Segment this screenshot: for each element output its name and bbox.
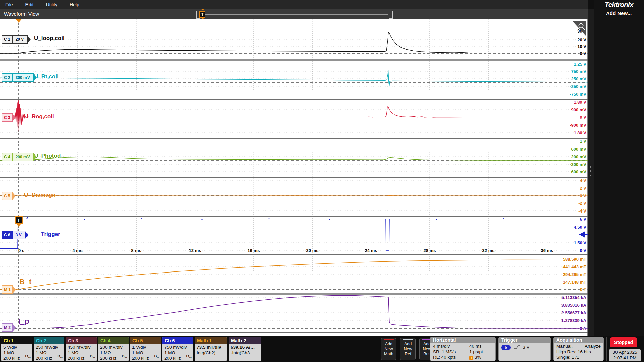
- overview-window-line[interactable]: [205, 14, 388, 15]
- horizontal-panel[interactable]: Horizontal 4 ms/div40 ms SR: 1 MS/s1 µs/…: [430, 337, 496, 361]
- trigger-panel[interactable]: Trigger 63 V: [498, 337, 551, 361]
- channel-settings-badge-ch2[interactable]: Ch 2250 mV/div1 MΩ200 kHzBW: [34, 337, 64, 361]
- badge-scale: 20 V: [13, 36, 27, 43]
- acq-single: Single: 1 /1: [556, 355, 601, 360]
- acq-highres: High Res: 16 bits: [556, 349, 601, 355]
- badge-id: C 5: [2, 192, 12, 200]
- h-resolution: 1 µs/pt: [469, 349, 493, 355]
- channel-badge-c6[interactable]: C 6 3 V: [2, 231, 25, 239]
- channel-badge-c3[interactable]: C 3: [2, 113, 13, 122]
- bandwidth-limit-icon: BW: [25, 353, 31, 361]
- setting-row: Intg(Ch2)…: [197, 350, 225, 356]
- channel-badge-c1[interactable]: C 1 20 V: [2, 35, 28, 44]
- overlay-layer: [0, 19, 588, 336]
- badge-id: C 3: [2, 114, 12, 121]
- time-label: 2:07:41 PM: [609, 355, 641, 361]
- badge-settings: 200 mV/div1 MΩ200 kHzBW: [98, 344, 129, 361]
- menu-file[interactable]: File: [5, 2, 13, 7]
- badge-id: M 1: [2, 286, 12, 293]
- menu-edit[interactable]: Edit: [25, 2, 34, 7]
- setting-row: 1 V/div: [132, 345, 159, 350]
- setting-row: 5 V/div: [3, 345, 30, 350]
- bandwidth-limit-icon: BW: [90, 353, 95, 361]
- setting-row: 200 mV/div: [100, 345, 127, 350]
- badge-settings: 250 mV/div1 MΩ200 kHzBW: [34, 344, 64, 361]
- right-panel: Tektronix Add New...: [594, 0, 644, 336]
- channel-settings-badge-math1[interactable]: Math 173.5 mT/divIntg(Ch2)…: [195, 337, 227, 361]
- add-new-header: Add New...: [594, 10, 644, 16]
- bottom-status-bar: Ch 15 V/div1 MΩ200 kHzBWCh 2250 mV/div1 …: [0, 336, 644, 362]
- setting-row: 73.5 mT/div: [197, 345, 225, 350]
- trigger-source-badge: 6: [501, 345, 511, 350]
- badge-title: Ch 4: [98, 337, 129, 344]
- acq-mode: Manual,: [556, 344, 573, 349]
- badge-scale: 300 mV: [13, 74, 33, 81]
- badge-title: Ch 3: [66, 337, 97, 344]
- menu-bar: File Edit Utility Help: [0, 0, 588, 9]
- channel-badge-c5[interactable]: C 5: [2, 192, 13, 200]
- menu-help[interactable]: Help: [70, 2, 79, 7]
- zoom-corner-icon[interactable]: [572, 21, 586, 36]
- badge-id: C 4: [2, 153, 13, 161]
- panel-divider: [596, 64, 641, 64]
- h-span: 40 ms: [469, 344, 493, 349]
- trigger-level: 3 V: [523, 345, 529, 350]
- trigger-position-icon: T: [469, 356, 473, 360]
- oscilloscope-app: File Edit Utility Help Waveform View T U…: [0, 0, 644, 362]
- trigger-position-icon[interactable]: [16, 19, 22, 23]
- datetime-display: 30 Apr 2025 2:07:41 PM: [609, 349, 641, 361]
- channel-settings-badge-ch5[interactable]: Ch 51 V/div1 MΩ200 kHzBW: [130, 337, 161, 361]
- h-position: T3%: [469, 355, 493, 360]
- divider: [606, 337, 607, 361]
- channel-settings-badge-ch6[interactable]: Ch 6750 mV/div1 MΩ200 kHzBW: [162, 337, 193, 361]
- h-samplerate: SR: 1 MS/s: [433, 349, 469, 355]
- badge-scale: 3 V: [13, 231, 25, 239]
- badge-title: Math 2: [229, 337, 261, 344]
- menu-utility[interactable]: Utility: [46, 2, 57, 7]
- badge-settings: 73.5 mT/divIntg(Ch2)…: [195, 344, 227, 356]
- badge-settings: 750 mV/div1 MΩ200 kHzBW: [162, 344, 193, 361]
- badge-id: M 2: [2, 324, 12, 331]
- channel-settings-badge-ch3[interactable]: Ch 3450 mV/div1 MΩ200 kHzBW: [66, 337, 97, 361]
- bandwidth-limit-icon: BW: [57, 353, 63, 361]
- badge-title: Ch 2: [34, 337, 64, 344]
- acq-analyze: Analyze: [585, 344, 601, 349]
- channel-settings-badge-ch4[interactable]: Ch 4200 mV/div1 MΩ200 kHzBW: [98, 337, 129, 361]
- badge-settings: 5 V/div1 MΩ200 kHzBW: [1, 344, 32, 361]
- setting-row: -Intg(Ch3…: [231, 350, 259, 356]
- overview-trigger-icon[interactable]: T: [199, 11, 205, 18]
- badge-settings: 1 V/div1 MΩ200 kHzBW: [130, 344, 161, 361]
- badge-id: C 2: [2, 74, 13, 81]
- splitter-grip-icon[interactable]: [590, 166, 591, 179]
- badge-title: Math 1: [195, 337, 227, 344]
- add-new-math-button[interactable]: Add New Math: [381, 338, 396, 360]
- acquisition-panel[interactable]: Acquisition Manual,Analyze High Res: 16 …: [553, 337, 604, 361]
- setting-row: 450 mV/div: [68, 345, 95, 350]
- setting-row: 750 mV/div: [164, 345, 191, 350]
- panel-splitter[interactable]: [588, 9, 594, 336]
- badge-scale: 200 mV: [13, 153, 33, 161]
- h-recordlength: RL: 40 kpts: [433, 355, 469, 360]
- overview-right-bracket[interactable]: [389, 11, 393, 19]
- trigger-level-arrow-icon[interactable]: [579, 231, 588, 238]
- math-badge-m2[interactable]: M 2: [2, 323, 13, 332]
- math-badge-m1[interactable]: M 1: [2, 285, 13, 294]
- add-new-ref-button[interactable]: Add New Ref: [400, 338, 416, 360]
- run-stop-status-button[interactable]: Stopped: [610, 337, 637, 347]
- channel-badge-c4[interactable]: C 4 200 mV: [2, 153, 34, 161]
- badge-settings: 639.16 A/…-Intg(Ch3…: [229, 344, 261, 356]
- channel-badge-c2[interactable]: C 2 300 mV: [2, 73, 34, 82]
- bandwidth-limit-icon: BW: [186, 353, 192, 361]
- acquisition-title: Acquisition: [554, 337, 603, 343]
- channel-settings-badge-math2[interactable]: Math 2639.16 A/…-Intg(Ch3…: [229, 337, 261, 361]
- badge-settings: 450 mV/div1 MΩ200 kHzBW: [66, 344, 97, 361]
- trigger-title: Trigger: [499, 337, 550, 343]
- trigger-source-marker-icon[interactable]: T: [15, 216, 23, 224]
- channel-settings-badge-ch1[interactable]: Ch 15 V/div1 MΩ200 kHzBW: [1, 337, 32, 361]
- bandwidth-limit-icon: BW: [122, 353, 127, 361]
- badge-title: Ch 6: [162, 337, 193, 344]
- tektronix-logo: Tektronix: [594, 1, 644, 9]
- date-label: 30 Apr 2025: [609, 349, 641, 355]
- horizontal-title: Horizontal: [430, 337, 495, 343]
- badge-title: Ch 5: [130, 337, 161, 344]
